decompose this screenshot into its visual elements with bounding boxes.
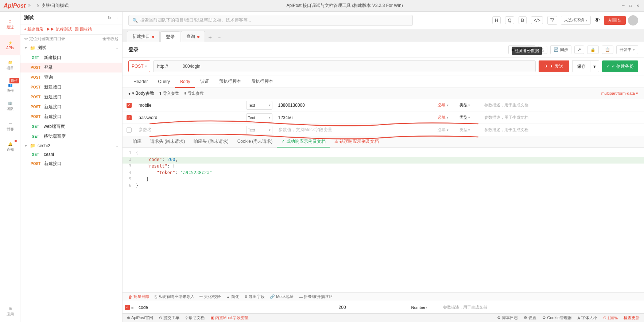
help-doc-link[interactable]: ? 帮助文档 xyxy=(185,315,205,321)
mock-addr-btn[interactable]: 🔗 Mock地址 xyxy=(270,294,294,299)
group-test-more[interactable]: ··· xyxy=(110,46,113,50)
tab-query[interactable]: 查询 xyxy=(181,31,205,42)
tree-item-post-new1[interactable]: POST 新建接口 ··· xyxy=(20,82,122,92)
tab-more-btn[interactable]: ··· xyxy=(215,33,224,42)
code-icon[interactable]: </> xyxy=(531,16,543,24)
group-ceshi2-more[interactable]: ··· xyxy=(110,144,113,148)
tree-item-post-new5[interactable]: POST 新建接口 ··· xyxy=(20,159,122,169)
param-password-name[interactable]: password xyxy=(136,114,246,122)
close-btn[interactable]: ✕ xyxy=(635,3,640,8)
tree-item-get-new[interactable]: GET 新建接口 ··· xyxy=(20,53,122,63)
group-ceshi2-collapse[interactable]: ⌄ xyxy=(116,144,119,148)
export-params-btn[interactable]: ⬇ 导出参数 xyxy=(183,91,204,96)
tree-item-get-mobile-baidu[interactable]: GET 移动端百度 ··· xyxy=(20,131,122,141)
maximize-btn[interactable]: □ xyxy=(628,3,633,8)
param-new-value[interactable]: 参数值，支持Mock字段变量 xyxy=(275,125,438,134)
save-dropdown-btn[interactable]: ▾ xyxy=(590,60,599,72)
font-size-link[interactable]: A 字体大小 xyxy=(578,315,597,321)
eye-icon[interactable]: 👁 xyxy=(594,17,600,24)
skin-toggle[interactable]: ApiPost ® ☽ 皮肤/日间模式 xyxy=(4,3,69,9)
line-content-6[interactable]: } xyxy=(136,183,644,190)
param-type-select[interactable]: Text ▾ xyxy=(246,101,272,110)
param-mobile-name[interactable]: mobile xyxy=(136,101,246,109)
tab-add-btn[interactable]: ＋ xyxy=(206,33,214,42)
req-tab-header[interactable]: Header xyxy=(128,76,153,88)
tree-item-post-new4[interactable]: POST 新建接口 ··· xyxy=(20,112,122,122)
at-icon[interactable]: 至 xyxy=(547,16,557,25)
resp-tab-resp-fail[interactable]: 响应头 (尚未请求) xyxy=(189,136,233,148)
create-backup-btn[interactable]: ✓ ✓ 创建备份 xyxy=(602,60,638,72)
param-new-desc[interactable]: 参数描述，用于生成文档 xyxy=(481,126,644,134)
group-test-collapse[interactable]: ⌄ xyxy=(116,46,119,50)
zoom-link[interactable]: ⊖ 100% xyxy=(603,315,618,320)
export-icon[interactable]: → xyxy=(114,15,119,20)
save-btn[interactable]: 保存 xyxy=(572,60,590,72)
param-password-type[interactable]: Text ▾ xyxy=(246,113,275,122)
sidebar-item-recent[interactable]: ⏱ 最近 xyxy=(0,15,20,35)
param-password-value[interactable]: 123456 xyxy=(275,114,438,122)
api-doc-btn[interactable]: ▶ 接口说明 xyxy=(508,45,535,54)
param-new-checkbox[interactable] xyxy=(123,127,136,133)
param-new-name[interactable]: 参数名 xyxy=(136,125,246,134)
code-field-type[interactable]: Number ▾ xyxy=(411,305,440,310)
sidebar-item-notify[interactable]: 🔔 通知 xyxy=(0,137,20,157)
body-params-expand-icon[interactable]: ▾ xyxy=(128,91,131,96)
doc-btn[interactable]: 📋 xyxy=(602,46,613,54)
code-field-desc[interactable]: 参数描述，用于生成文档 xyxy=(440,303,644,311)
param-mobile-checkbox[interactable]: ✓ xyxy=(123,103,136,108)
mock-vars-link[interactable]: ▣ 内置Mock字段变量 xyxy=(210,315,249,321)
line-content-1[interactable]: { xyxy=(136,150,644,157)
tree-group-test[interactable]: ▼ 📁 测试 ··· ⌄ xyxy=(20,43,122,53)
settings-link[interactable]: ⚙ 设置 xyxy=(524,315,536,321)
tree-item-get-web-baidu[interactable]: GET web端百度 ··· xyxy=(20,122,122,131)
batch-delete-btn[interactable]: 🗑 批量删除 xyxy=(128,294,150,299)
code-field-value[interactable]: 200 xyxy=(273,303,411,311)
copy-btn[interactable]: ⎘ xyxy=(538,46,547,54)
locate-btn[interactable]: ☆ 定位到当前接口目录 xyxy=(24,36,65,42)
tree-item-post-query[interactable]: POST 查询 ··· xyxy=(20,72,122,82)
code-field-name[interactable]: code xyxy=(136,303,273,311)
env-selector[interactable]: 未选择环境 ▾ xyxy=(561,16,591,25)
resp-tab-success[interactable]: ✓ 成功响应示例及文档 xyxy=(277,136,330,148)
param-mobile-desc[interactable]: 参数描述，用于生成文档 xyxy=(481,101,644,109)
h-icon[interactable]: H xyxy=(492,16,501,24)
param-new-type[interactable]: Text ▾ xyxy=(246,126,275,134)
param-password-desc[interactable]: 参数描述，用于生成文档 xyxy=(481,113,644,122)
export-field-btn[interactable]: ⬇ 导出字段 xyxy=(244,294,265,299)
sidebar-item-collab[interactable]: 协作 👥 协作 xyxy=(0,76,20,96)
q-icon[interactable]: Q xyxy=(505,16,514,24)
share-btn[interactable]: ↗ xyxy=(574,46,584,54)
req-tab-auth[interactable]: 认证 xyxy=(195,75,214,88)
tree-item-post-new3[interactable]: POST 新建接口 ··· xyxy=(20,102,122,112)
user-team-badge[interactable]: A···队 xyxy=(604,16,626,25)
recycle-btn[interactable]: 回 回收站 xyxy=(75,27,92,32)
user-avatar[interactable] xyxy=(628,15,638,25)
new-dir-btn[interactable]: + 新建目录 xyxy=(24,27,43,32)
line-content-2[interactable]: "code": 200, xyxy=(136,157,644,164)
sync-btn[interactable]: 🔄 同步 xyxy=(550,45,571,54)
collapse-all-btn[interactable]: 全部收起 xyxy=(102,36,119,42)
line-content-4[interactable]: "token": "a9c5238c2a" xyxy=(136,170,644,177)
sidebar-item-apis[interactable]: ⚡ APIs xyxy=(0,35,20,55)
search-bar[interactable]: 🔍 搜索当前团队下的项目/接口/以及帮助文档、技术博客等... xyxy=(128,15,413,26)
apipost-site-link[interactable]: ⊕ ApiPost官网 xyxy=(127,315,153,321)
sidebar-item-blog[interactable]: ✏ 博客 xyxy=(0,117,20,137)
resp-tab-error[interactable]: ⚠ 错误响应示例及文档 xyxy=(330,136,383,148)
tree-item-ceshi[interactable]: GET ceshi ··· xyxy=(20,150,122,159)
fold-btn[interactable]: — 折叠/展开描述区 xyxy=(299,294,333,299)
param-password-checkbox[interactable]: ✓ xyxy=(123,115,136,120)
req-tab-body[interactable]: Body xyxy=(175,76,195,88)
cookie-mgr-link[interactable]: ⚙ Cookie管理器 xyxy=(542,315,571,321)
resp-tab-cookie[interactable]: Cookie (尚未请求) xyxy=(233,136,277,148)
tab-login[interactable]: 登录 xyxy=(160,31,180,42)
simplify-btn[interactable]: ▲ 简化 xyxy=(226,294,239,299)
resp-tab-req-sent[interactable]: 请求头 (尚未请求) xyxy=(146,136,189,148)
code-field-checkbox[interactable]: ✓ ≡ xyxy=(123,305,136,310)
lock-btn[interactable]: 🔒 xyxy=(587,46,599,54)
send-btn[interactable]: ✈ ✈ 发送 xyxy=(539,60,569,72)
tree-item-post-new2[interactable]: POST 新建接口 ··· xyxy=(20,92,122,102)
sidebar-item-app[interactable]: ⊞ 应用 xyxy=(0,302,20,322)
param-type-select3[interactable]: Text ▾ xyxy=(246,126,272,134)
flow-test-btn[interactable]: ▶▶ 流程测试 xyxy=(46,27,71,32)
check-update-link[interactable]: 检查更新 xyxy=(624,315,640,321)
